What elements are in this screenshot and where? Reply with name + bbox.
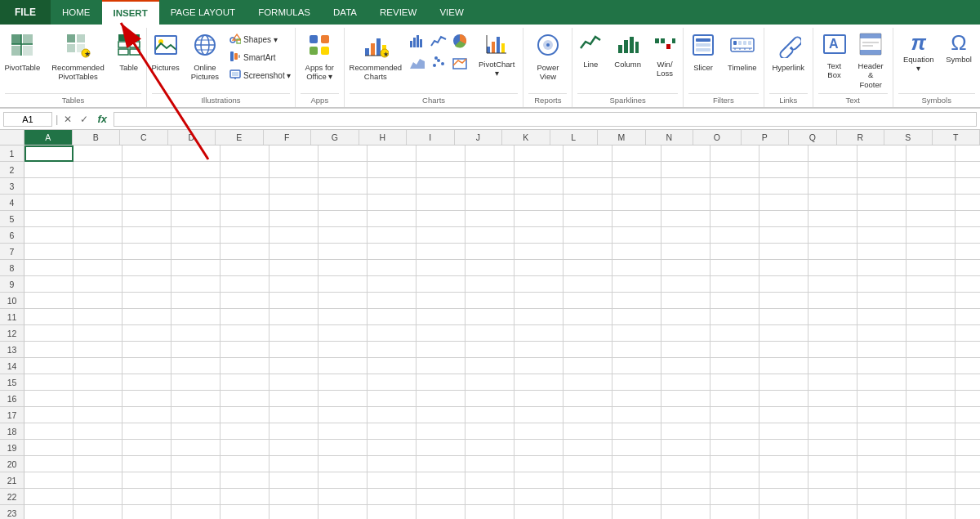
cell-I9[interactable]: [416, 276, 466, 293]
cell-M16[interactable]: [612, 391, 662, 407]
cell-A18[interactable]: [24, 423, 74, 440]
cell-L19[interactable]: [564, 440, 612, 456]
cell-K14[interactable]: [514, 358, 564, 374]
cell-N8[interactable]: [662, 260, 710, 276]
cell-I2[interactable]: [416, 162, 466, 178]
cell-L15[interactable]: [564, 374, 612, 391]
cell-A12[interactable]: [24, 325, 74, 342]
cell-J14[interactable]: [466, 358, 514, 374]
cell-O14[interactable]: [710, 358, 760, 374]
cell-B11[interactable]: [74, 309, 122, 325]
col-header-M[interactable]: M: [598, 130, 646, 145]
cell-P22[interactable]: [760, 489, 808, 505]
cell-D17[interactable]: [172, 407, 220, 423]
cell-B23[interactable]: [74, 505, 122, 519]
cell-E11[interactable]: [220, 309, 270, 325]
cell-B15[interactable]: [74, 374, 122, 391]
cell-T12[interactable]: [956, 325, 980, 342]
row-header-7[interactable]: 7: [0, 244, 24, 260]
cell-N10[interactable]: [662, 293, 710, 309]
col-header-G[interactable]: G: [311, 130, 359, 145]
cell-Q10[interactable]: [808, 293, 858, 309]
cell-O8[interactable]: [710, 260, 760, 276]
cell-R8[interactable]: [858, 260, 906, 276]
cell-S18[interactable]: [906, 423, 956, 440]
cell-D16[interactable]: [172, 391, 220, 407]
cell-H11[interactable]: [368, 309, 416, 325]
cell-P14[interactable]: [760, 358, 808, 374]
cell-I15[interactable]: [416, 374, 466, 391]
col-header-Q[interactable]: Q: [789, 130, 837, 145]
row-header-21[interactable]: 21: [0, 472, 24, 489]
cell-G1[interactable]: [318, 145, 368, 162]
cell-O5[interactable]: [710, 211, 760, 227]
cell-S19[interactable]: [906, 440, 956, 456]
cell-H16[interactable]: [368, 391, 416, 407]
cell-G19[interactable]: [318, 440, 368, 456]
cell-S9[interactable]: [906, 276, 956, 293]
cell-S16[interactable]: [906, 391, 956, 407]
cell-F18[interactable]: [270, 423, 318, 440]
cell-G13[interactable]: [318, 342, 368, 358]
apps-office-button[interactable]: Apps forOffice ▾: [301, 29, 338, 84]
cell-H9[interactable]: [368, 276, 416, 293]
cell-K8[interactable]: [514, 260, 564, 276]
row-header-8[interactable]: 8: [0, 260, 24, 276]
cell-C2[interactable]: [122, 162, 172, 178]
screenshot-button[interactable]: Screenshot ▾: [226, 67, 294, 84]
cell-E19[interactable]: [220, 440, 270, 456]
cell-O22[interactable]: [710, 489, 760, 505]
cell-S17[interactable]: [906, 407, 956, 423]
cell-T15[interactable]: [956, 374, 980, 391]
cell-E2[interactable]: [220, 162, 270, 178]
cell-T17[interactable]: [956, 407, 980, 423]
cell-A13[interactable]: [24, 342, 74, 358]
cell-P23[interactable]: [760, 505, 808, 519]
cell-I22[interactable]: [416, 489, 466, 505]
cell-M1[interactable]: [612, 145, 662, 162]
cell-P4[interactable]: [760, 195, 808, 211]
cell-L4[interactable]: [564, 195, 612, 211]
cell-G9[interactable]: [318, 276, 368, 293]
cell-H13[interactable]: [368, 342, 416, 358]
pivot-chart-button[interactable]: PivotChart ▾: [473, 29, 521, 81]
cell-C5[interactable]: [122, 211, 172, 227]
cell-I14[interactable]: [416, 358, 466, 374]
cell-E6[interactable]: [220, 227, 270, 244]
cell-K23[interactable]: [514, 505, 564, 519]
column-sparkline-button[interactable]: Column: [610, 29, 645, 71]
cell-L1[interactable]: [564, 145, 612, 162]
cell-T5[interactable]: [956, 211, 980, 227]
cell-H14[interactable]: [368, 358, 416, 374]
cell-Q16[interactable]: [808, 391, 858, 407]
cell-N18[interactable]: [662, 423, 710, 440]
cell-A4[interactable]: [24, 195, 74, 211]
cell-S22[interactable]: [906, 489, 956, 505]
cell-A15[interactable]: [24, 374, 74, 391]
cell-H17[interactable]: [368, 407, 416, 423]
cell-F10[interactable]: [270, 293, 318, 309]
row-header-5[interactable]: 5: [0, 211, 24, 227]
cell-P19[interactable]: [760, 440, 808, 456]
cell-T13[interactable]: [956, 342, 980, 358]
cell-A8[interactable]: [24, 260, 74, 276]
cell-J15[interactable]: [466, 374, 514, 391]
cell-G20[interactable]: [318, 456, 368, 472]
cell-F15[interactable]: [270, 374, 318, 391]
cell-D8[interactable]: [172, 260, 220, 276]
cell-O20[interactable]: [710, 456, 760, 472]
cell-G7[interactable]: [318, 244, 368, 260]
cell-R17[interactable]: [858, 407, 906, 423]
cell-E5[interactable]: [220, 211, 270, 227]
cell-I20[interactable]: [416, 456, 466, 472]
cell-B17[interactable]: [74, 407, 122, 423]
cell-H15[interactable]: [368, 374, 416, 391]
cell-G18[interactable]: [318, 423, 368, 440]
cell-M14[interactable]: [612, 358, 662, 374]
cell-P20[interactable]: [760, 456, 808, 472]
area-chart-button[interactable]: [408, 52, 427, 72]
cell-Q5[interactable]: [808, 211, 858, 227]
cell-C22[interactable]: [122, 489, 172, 505]
cell-N9[interactable]: [662, 276, 710, 293]
cell-S11[interactable]: [906, 309, 956, 325]
